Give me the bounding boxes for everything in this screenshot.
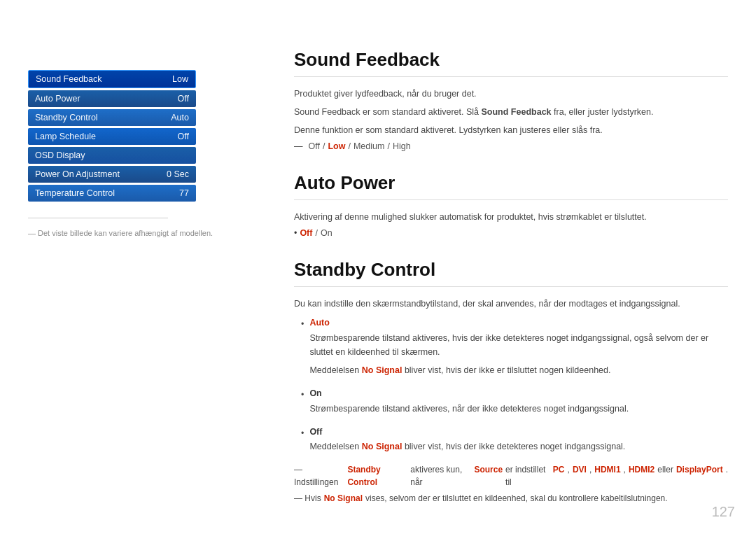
footnote: — Det viste billede kan variere afhængig… — [28, 229, 252, 237]
right-panel: Sound FeedbackProduktet giver lydfeedbac… — [252, 28, 756, 506]
menu-item-standby-control[interactable]: Standby ControlAuto — [28, 109, 196, 126]
section-title-auto-power: Auto Power — [294, 172, 728, 200]
menu-item-osd-display[interactable]: OSD Display — [28, 147, 196, 164]
menu-item-label: Auto Power — [35, 94, 80, 104]
menu-item-value: 0 Sec — [167, 169, 189, 179]
left-panel: Sound FeedbackLowAuto PowerOffStandby Co… — [28, 28, 252, 506]
menu-item-label: Sound Feedback — [36, 74, 102, 84]
paragraph-0: Du kan indstille den skærmstandbytilstan… — [294, 297, 728, 311]
menu-item-power-on-adjustment[interactable]: Power On Adjustment0 Sec — [28, 166, 196, 183]
menu-item-label: Lamp Schedule — [35, 132, 96, 141]
menu-item-label: Temperature Control — [35, 188, 115, 198]
section-sound-feedback: Sound FeedbackProduktet giver lydfeedbac… — [294, 49, 728, 151]
option-on: On — [321, 228, 332, 238]
paragraph-0: Produktet giver lydfeedback, når du brug… — [294, 87, 728, 101]
option-medium: Medium — [354, 141, 384, 151]
bullet-label-1: On — [309, 387, 728, 400]
section-title-sound-feedback: Sound Feedback — [294, 49, 728, 77]
section-title-standby-control: Standby Control — [294, 259, 728, 287]
bullet-label-0: Auto — [309, 316, 728, 330]
menu-item-label: OSD Display — [35, 150, 85, 160]
options-line: —Off / Low / Medium / High — [294, 141, 728, 151]
menu-item-value: Auto — [171, 113, 189, 122]
em-note-1: — Hvis No Signal vises, selvom der er ti… — [294, 492, 728, 505]
option-off: Off — [309, 141, 320, 151]
option-high: High — [393, 141, 411, 151]
page-number: 127 — [712, 504, 735, 520]
options-line: •Off / On — [294, 228, 728, 238]
divider — [28, 218, 168, 218]
menu-item-label: Standby Control — [35, 113, 98, 122]
page-container: Sound FeedbackLowAuto PowerOffStandby Co… — [0, 0, 756, 534]
menu-item-temperature-control[interactable]: Temperature Control77 — [28, 185, 196, 202]
menu-item-value: 77 — [179, 188, 189, 198]
option-off: Off — [300, 228, 312, 238]
menu-list: Sound FeedbackLowAuto PowerOffStandby Co… — [28, 70, 196, 204]
em-note-0: — Indstillingen Standby Control aktivere… — [294, 463, 728, 489]
bullet-item-0: •AutoStrømbesparende tilstand aktiveres,… — [301, 316, 728, 381]
section-body-auto-power: Aktivering af denne mulighed slukker aut… — [294, 210, 728, 238]
paragraph-1: Sound Feedback er som standard aktiveret… — [294, 105, 728, 119]
section-body-standby-control: Du kan indstille den skærmstandbytilstan… — [294, 297, 728, 505]
section-auto-power: Auto PowerAktivering af denne mulighed s… — [294, 172, 728, 238]
section-body-sound-feedback: Produktet giver lydfeedback, når du brug… — [294, 87, 728, 151]
option-low: Low — [328, 141, 345, 151]
paragraph-0: Aktivering af denne mulighed slukker aut… — [294, 210, 728, 224]
menu-item-auto-power[interactable]: Auto PowerOff — [28, 90, 196, 107]
menu-item-value: Off — [178, 94, 189, 104]
bullet-item-1: •OnStrømbesparende tilstand aktiveres, n… — [301, 387, 728, 420]
menu-item-value: Low — [172, 74, 188, 84]
menu-item-value: Off — [178, 132, 189, 141]
section-standby-control: Standby ControlDu kan indstille den skær… — [294, 259, 728, 505]
menu-item-label: Power On Adjustment — [35, 169, 120, 179]
menu-item-lamp-schedule[interactable]: Lamp ScheduleOff — [28, 128, 196, 145]
bullet-label-2: Off — [309, 426, 728, 439]
bullet-item-2: •OffMeddelelsen No Signal bliver vist, h… — [301, 426, 728, 458]
menu-item-sound-feedback[interactable]: Sound FeedbackLow — [28, 70, 196, 88]
bullet-list: •AutoStrømbesparende tilstand aktiveres,… — [294, 316, 728, 458]
paragraph-2: Denne funktion er som standard aktiveret… — [294, 123, 728, 137]
